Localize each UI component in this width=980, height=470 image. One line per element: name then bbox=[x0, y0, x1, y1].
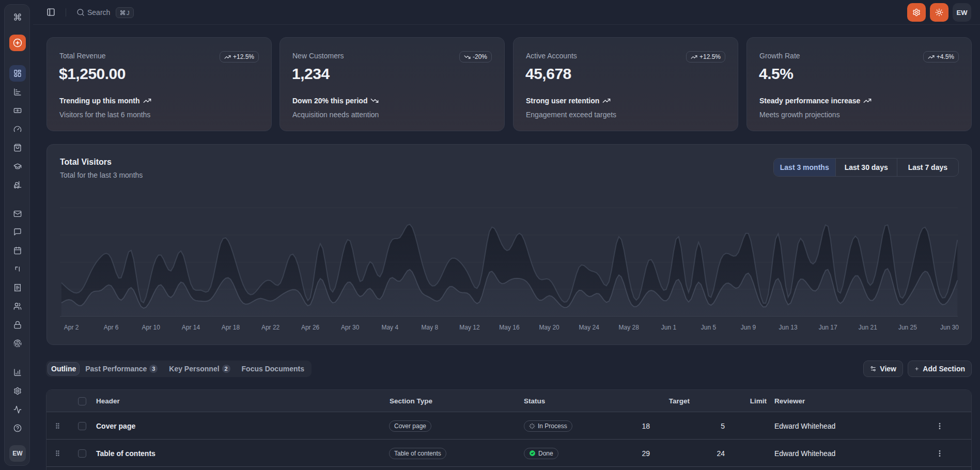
svg-text:Apr 2: Apr 2 bbox=[64, 324, 79, 331]
svg-text:May 28: May 28 bbox=[619, 324, 640, 331]
svg-text:May 4: May 4 bbox=[381, 324, 398, 331]
svg-text:Jun 21: Jun 21 bbox=[859, 324, 877, 331]
svg-text:Jun 1: Jun 1 bbox=[661, 324, 677, 331]
svg-text:Jun 25: Jun 25 bbox=[898, 324, 917, 331]
svg-text:Apr 30: Apr 30 bbox=[341, 324, 360, 331]
svg-text:Apr 14: Apr 14 bbox=[182, 324, 200, 331]
svg-text:May 20: May 20 bbox=[539, 324, 559, 331]
svg-text:Jun 9: Jun 9 bbox=[741, 324, 756, 331]
svg-text:Jun 13: Jun 13 bbox=[779, 324, 798, 331]
svg-text:May 8: May 8 bbox=[422, 324, 439, 331]
svg-text:Apr 22: Apr 22 bbox=[261, 324, 280, 331]
svg-text:Apr 6: Apr 6 bbox=[104, 324, 119, 331]
svg-text:May 16: May 16 bbox=[499, 324, 520, 331]
svg-text:Jun 17: Jun 17 bbox=[819, 324, 837, 331]
svg-text:Apr 26: Apr 26 bbox=[301, 324, 320, 331]
svg-text:Apr 10: Apr 10 bbox=[142, 324, 161, 331]
svg-text:Jun 30: Jun 30 bbox=[940, 324, 959, 331]
svg-text:May 24: May 24 bbox=[579, 324, 600, 331]
svg-text:Apr 18: Apr 18 bbox=[222, 324, 240, 331]
svg-text:Jun 5: Jun 5 bbox=[701, 324, 717, 331]
svg-text:May 12: May 12 bbox=[459, 324, 480, 331]
